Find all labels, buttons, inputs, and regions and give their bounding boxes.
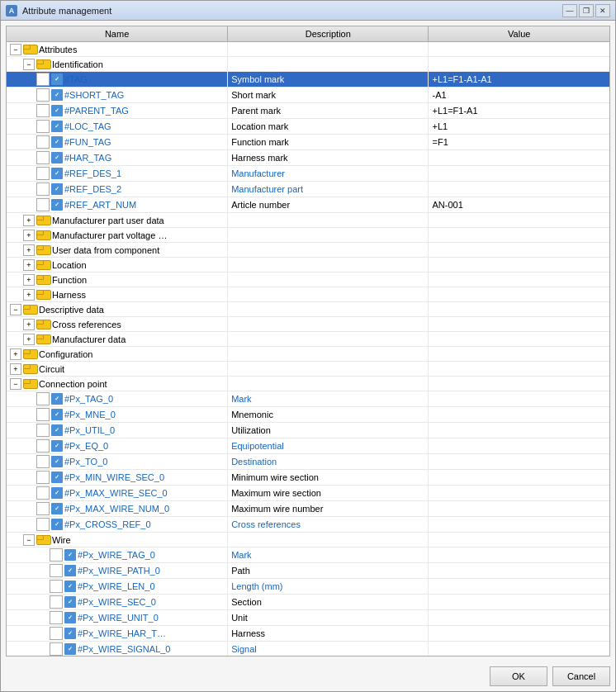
row-checkbox[interactable] <box>50 642 63 656</box>
table-row[interactable]: #Px_UTIL_0Utilization <box>7 423 609 438</box>
table-row[interactable]: −Attributes <box>7 42 609 57</box>
attribute-table-container[interactable]: Name Description Value −Attributes−Ident… <box>6 26 610 656</box>
row-checkbox[interactable] <box>36 455 50 468</box>
cell-name: #Px_CROSS_REF_0 <box>7 517 228 533</box>
table-row[interactable]: #Px_MAX_WIRE_NUM_0Maximum wire number <box>7 501 609 517</box>
table-row[interactable]: #Px_MIN_WIRE_SEC_0Minimum wire section <box>7 470 609 486</box>
expand-plus-icon[interactable]: + <box>10 348 21 360</box>
table-row[interactable]: −Descriptive data <box>7 302 609 317</box>
row-checkbox[interactable] <box>50 548 63 562</box>
attr-icon <box>51 503 63 514</box>
row-checkbox[interactable] <box>36 439 50 453</box>
expand-plus-icon[interactable]: + <box>23 334 35 345</box>
expand-plus-icon[interactable]: + <box>23 319 35 330</box>
row-checkbox[interactable] <box>36 73 50 86</box>
table-row[interactable]: #Px_WIRE_UNIT_0Unit <box>7 610 609 626</box>
expand-plus-icon[interactable]: + <box>23 289 35 301</box>
table-row[interactable]: #Px_WIRE_SEC_0Section <box>7 595 609 610</box>
row-checkbox[interactable] <box>50 627 63 640</box>
table-row[interactable]: #TAGSymbol mark+L1=F1-A1-A1 <box>7 72 609 88</box>
table-row[interactable]: #REF_DES_1Manufacturer <box>7 166 609 182</box>
table-row[interactable]: +User data from component <box>7 243 609 258</box>
row-checkbox[interactable] <box>36 502 50 515</box>
row-checkbox[interactable] <box>36 135 50 149</box>
table-row[interactable]: +Harness <box>7 287 609 302</box>
expand-plus-icon[interactable]: + <box>23 215 35 226</box>
table-row[interactable]: #Px_WIRE_PATH_0Path <box>7 563 609 579</box>
expand-minus-icon[interactable]: − <box>23 59 35 70</box>
row-name-label: Location <box>52 260 87 270</box>
table-row[interactable]: −Identification <box>7 57 609 72</box>
table-row[interactable]: #Px_WIRE_SIGNAL_0Signal <box>7 642 609 657</box>
table-row[interactable]: +Function <box>7 273 609 287</box>
cancel-button[interactable]: Cancel <box>552 666 610 686</box>
table-row[interactable]: #REF_ART_NUMArticle numberAN-001 <box>7 197 609 213</box>
table-row[interactable]: −Wire <box>7 533 609 547</box>
table-row[interactable]: #Px_TAG_0Mark <box>7 391 609 407</box>
ok-button[interactable]: OK <box>490 666 547 686</box>
cell-value <box>429 595 609 610</box>
attr-icon <box>51 136 63 148</box>
attr-icon <box>64 643 76 655</box>
row-checkbox[interactable] <box>36 486 50 500</box>
row-checkbox[interactable] <box>36 120 50 133</box>
table-row[interactable]: #Px_MAX_WIRE_SEC_0Maximum wire section <box>7 486 609 501</box>
cell-value: AN-001 <box>429 197 609 213</box>
title-bar: A Attribute management — ❐ ✕ <box>1 1 615 21</box>
cell-name: #Px_EQ_0 <box>7 438 228 454</box>
cell-desc: Minimum wire section <box>228 470 429 486</box>
expand-plus-icon[interactable]: + <box>23 230 35 241</box>
expand-minus-icon[interactable]: − <box>10 378 21 390</box>
table-row[interactable]: #SHORT_TAGShort mark-A1 <box>7 88 609 103</box>
row-checkbox[interactable] <box>36 198 50 211</box>
cell-value <box>429 501 609 517</box>
table-row[interactable]: #Px_WIRE_LEN_0Length (mm) <box>7 579 609 595</box>
table-row[interactable]: #FUN_TAGFunction mark=F1 <box>7 135 609 150</box>
table-row[interactable]: +Cross references <box>7 317 609 332</box>
close-button[interactable]: ✕ <box>595 4 610 17</box>
expand-minus-icon[interactable]: − <box>10 44 21 55</box>
table-row[interactable]: +Circuit <box>7 362 609 377</box>
table-row[interactable]: +Manufacturer part voltage … <box>7 228 609 243</box>
row-checkbox[interactable] <box>50 611 63 624</box>
row-checkbox[interactable] <box>36 104 50 117</box>
table-row[interactable]: #PARENT_TAGParent mark+L1=F1-A1 <box>7 103 609 119</box>
expand-plus-icon[interactable]: + <box>23 274 35 286</box>
row-checkbox[interactable] <box>36 88 50 102</box>
table-row[interactable]: +Manufacturer data <box>7 332 609 347</box>
expand-plus-icon[interactable]: + <box>23 259 35 271</box>
row-checkbox[interactable] <box>36 408 50 421</box>
minimize-button[interactable]: — <box>562 4 577 17</box>
row-checkbox[interactable] <box>36 518 50 531</box>
row-checkbox[interactable] <box>36 471 50 484</box>
table-row[interactable]: +Location <box>7 258 609 273</box>
row-checkbox[interactable] <box>36 167 50 180</box>
restore-button[interactable]: ❐ <box>579 4 594 17</box>
cell-name: +Circuit <box>7 362 228 377</box>
expand-plus-icon[interactable]: + <box>10 363 21 375</box>
table-row[interactable]: #Px_WIRE_HAR_T…Harness <box>7 626 609 642</box>
table-row[interactable]: +Configuration <box>7 347 609 362</box>
cell-value <box>429 533 609 547</box>
row-checkbox[interactable] <box>50 580 63 593</box>
table-row[interactable]: #Px_WIRE_TAG_0Mark <box>7 547 609 563</box>
expand-minus-icon[interactable]: − <box>10 304 21 315</box>
row-checkbox[interactable] <box>36 392 50 405</box>
table-row[interactable]: #Px_EQ_0Equipotential <box>7 438 609 454</box>
table-row[interactable]: #Px_CROSS_REF_0Cross references <box>7 517 609 533</box>
table-row[interactable]: −Connection point <box>7 377 609 391</box>
row-checkbox[interactable] <box>50 564 63 577</box>
table-row[interactable]: #Px_TO_0Destination <box>7 454 609 470</box>
row-checkbox[interactable] <box>50 595 63 609</box>
row-name-label: #Px_WIRE_HAR_T… <box>78 628 166 638</box>
row-checkbox[interactable] <box>36 182 50 196</box>
row-checkbox[interactable] <box>36 424 50 437</box>
expand-plus-icon[interactable]: + <box>23 244 35 256</box>
row-checkbox[interactable] <box>36 151 50 164</box>
table-row[interactable]: #LOC_TAGLocation mark+L1 <box>7 119 609 135</box>
expand-minus-icon[interactable]: − <box>23 534 35 546</box>
table-row[interactable]: #HAR_TAGHarness mark <box>7 150 609 166</box>
table-row[interactable]: #REF_DES_2Manufacturer part <box>7 182 609 197</box>
table-row[interactable]: +Manufacturer part user data <box>7 213 609 228</box>
table-row[interactable]: #Px_MNE_0Mnemonic <box>7 407 609 423</box>
